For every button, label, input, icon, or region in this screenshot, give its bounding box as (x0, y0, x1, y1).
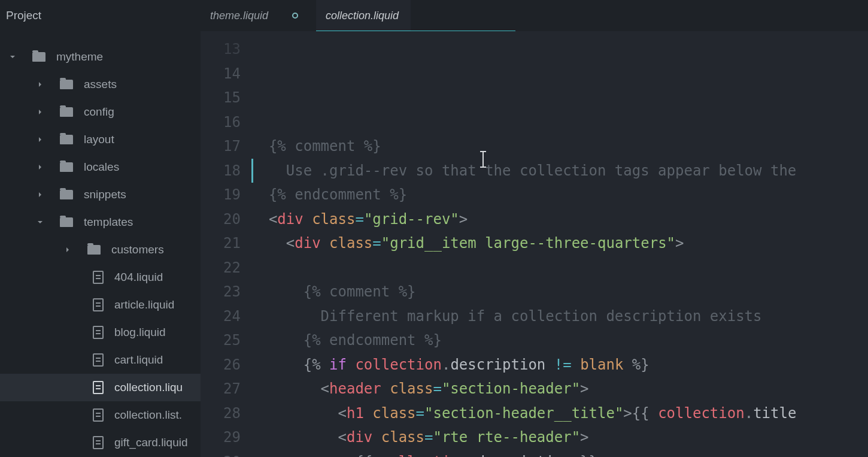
code-editor[interactable]: 131415161718192021222324252627282930 {% … (201, 31, 868, 457)
tree-folder-customers[interactable]: customers (0, 236, 201, 264)
folder-icon (60, 107, 73, 117)
tree-root-mytheme[interactable]: mytheme (0, 43, 201, 71)
chevron-right-icon (63, 247, 72, 253)
folder-icon (32, 52, 45, 62)
line-number: 24 (201, 304, 241, 329)
line-number: 28 (201, 401, 241, 426)
folder-icon (60, 80, 73, 89)
line-number: 14 (201, 62, 241, 86)
line-number: 13 (201, 37, 241, 62)
line-number: 19 (201, 183, 241, 207)
tree-label: config (84, 105, 114, 119)
code-line[interactable]: <h1 class="section-header__title">{{ col… (251, 401, 868, 426)
tree-folder-templates[interactable]: templates (0, 208, 201, 236)
tab-collection-liquid[interactable]: collection.liquid (316, 0, 411, 31)
tree-file-collection-list[interactable]: collection.list. (0, 401, 201, 429)
modified-indicator-icon (292, 13, 298, 19)
cursor-line-indicator (251, 159, 253, 183)
line-number: 18 (201, 159, 241, 183)
code-line[interactable]: <header class="section-header"> (251, 377, 868, 401)
tree-file-404[interactable]: 404.liquid (0, 264, 201, 291)
code-line[interactable]: {{ collection.description }} (251, 450, 868, 458)
chevron-right-icon (36, 81, 44, 87)
chevron-down-icon (36, 219, 44, 225)
tree-file-gift-card[interactable]: gift_card.liquid (0, 429, 201, 456)
folder-icon (87, 245, 101, 255)
line-number: 29 (201, 425, 241, 450)
file-icon (93, 436, 104, 449)
tree-label: cart.liquid (114, 353, 163, 367)
text-cursor-icon (479, 151, 487, 169)
top-bar: Project theme.liquid collection.liquid (0, 0, 868, 31)
tree-label: 404.liquid (114, 271, 163, 284)
tree-label: locales (84, 161, 119, 174)
tree-label: layout (84, 133, 114, 146)
tab-bar: theme.liquid collection.liquid (201, 0, 868, 31)
code-line[interactable]: {% endcomment %} (251, 183, 868, 207)
code-line[interactable]: {% comment %} (251, 134, 868, 159)
line-number: 22 (201, 256, 241, 280)
line-number: 25 (201, 328, 241, 353)
line-number: 23 (201, 280, 241, 304)
file-icon (93, 408, 104, 422)
line-number: 17 (201, 134, 241, 159)
tree-label: collection.list. (114, 408, 182, 422)
file-tree[interactable]: mytheme assets config layout (0, 31, 201, 457)
tree-file-blog[interactable]: blog.liquid (0, 319, 201, 346)
tree-label: assets (84, 78, 117, 91)
tree-label: blog.liquid (114, 326, 166, 339)
code-line[interactable]: Different markup if a collection descrip… (251, 304, 868, 329)
line-number: 27 (201, 377, 241, 401)
chevron-right-icon (36, 109, 44, 115)
file-icon (93, 271, 104, 284)
folder-icon (60, 162, 73, 172)
body-split: mytheme assets config layout (0, 31, 868, 457)
tree-label: mytheme (56, 50, 103, 63)
chevron-right-icon (36, 164, 44, 170)
tree-label: gift_card.liquid (114, 436, 188, 449)
chevron-right-icon (36, 192, 44, 198)
tab-label: collection.liquid (326, 10, 399, 22)
chevron-right-icon (36, 137, 44, 143)
code-line[interactable]: {% if collection.description != blank %} (251, 353, 868, 377)
app-root: Project theme.liquid collection.liquid m… (0, 0, 868, 457)
line-number-gutter: 131415161718192021222324252627282930 (201, 31, 251, 457)
file-icon (93, 353, 104, 367)
folder-icon (60, 217, 73, 227)
code-line[interactable] (251, 256, 868, 280)
chevron-down-icon (8, 54, 17, 60)
tree-label: customers (111, 243, 164, 256)
code-line[interactable]: Use .grid--rev so that the collection ta… (251, 159, 868, 183)
line-number: 30 (201, 450, 241, 458)
line-number: 26 (201, 353, 241, 377)
tree-label: templates (84, 216, 133, 229)
code-line[interactable]: <div class="rte rte--header"> (251, 425, 868, 450)
code-area[interactable]: {% comment %} Use .grid--rev so that the… (251, 31, 868, 457)
tree-folder-config[interactable]: config (0, 98, 201, 126)
tree-label: snippets (84, 188, 126, 201)
tree-file-article[interactable]: article.liquid (0, 291, 201, 319)
file-icon (93, 326, 104, 339)
folder-icon (60, 190, 73, 199)
folder-icon (60, 135, 73, 144)
line-number: 16 (201, 110, 241, 135)
project-label: Project (0, 9, 201, 22)
tree-folder-layout[interactable]: layout (0, 126, 201, 153)
tab-theme-liquid[interactable]: theme.liquid (201, 0, 280, 31)
tree-file-cart[interactable]: cart.liquid (0, 346, 201, 374)
line-number: 15 (201, 86, 241, 110)
line-number: 21 (201, 231, 241, 256)
code-line[interactable]: {% endcomment %} (251, 328, 868, 353)
tree-folder-assets[interactable]: assets (0, 71, 201, 98)
code-line[interactable]: {% comment %} (251, 280, 868, 304)
tree-folder-snippets[interactable]: snippets (0, 181, 201, 208)
code-line[interactable]: <div class="grid--rev"> (251, 207, 868, 232)
tree-file-collection[interactable]: collection.liqu (0, 374, 201, 401)
tree-label: collection.liqu (114, 381, 183, 394)
tree-folder-locales[interactable]: locales (0, 153, 201, 181)
code-line[interactable]: <div class="grid__item large--three-quar… (251, 231, 868, 256)
file-icon (93, 381, 104, 394)
line-number: 20 (201, 207, 241, 232)
file-icon (93, 298, 104, 311)
tree-label: article.liquid (114, 298, 174, 311)
